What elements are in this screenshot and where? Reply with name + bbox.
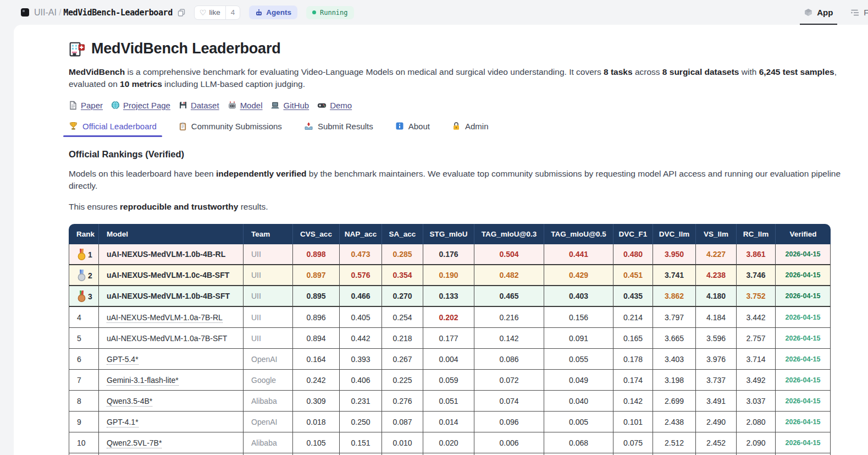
paper-link[interactable]: Paper (69, 101, 103, 110)
rank-cell: 1 (69, 244, 99, 265)
like-label: like (209, 8, 220, 17)
team-cell: OpenAI (244, 412, 293, 432)
metric-cell: 0.482 (474, 265, 544, 286)
verification-paragraph: Models on this leaderboard have been ind… (69, 168, 844, 193)
rank-cell: 9 (69, 412, 99, 432)
table-row-rank-2: 2uAI-NEXUS-MedVLM-1.0c-4B-SFTUII0.8970.5… (69, 265, 831, 286)
dataset-link[interactable]: Dataset (179, 101, 219, 110)
metric-cell: 0.202 (423, 307, 474, 328)
column-header-cvs-acc[interactable]: CVS_acc (293, 224, 340, 244)
column-header-model[interactable]: Model (99, 224, 244, 244)
tab-files[interactable]: Files (850, 0, 868, 25)
metric-cell: 0.014 (423, 412, 474, 432)
column-header-dvc-llm[interactable]: DVC_llm (653, 224, 696, 244)
metric-cell: 0.403 (544, 286, 613, 307)
like-widget[interactable]: ♡ like 4 (194, 6, 240, 20)
model-link[interactable]: Model (228, 101, 263, 110)
metric-cell: 0.072 (474, 370, 544, 391)
model-name[interactable]: Gemini-3.1-flash-lite* (107, 376, 179, 386)
metric-cell: 3.491 (696, 391, 737, 412)
model-name[interactable]: GPT-4.1* (107, 418, 139, 427)
metric-cell: 3.862 (653, 286, 696, 307)
github-link[interactable]: GitHub (270, 101, 309, 110)
column-header-nap-acc[interactable]: NAP_acc (340, 224, 382, 244)
metric-cell: 3.797 (653, 307, 696, 328)
table-row-rank-1: 1uAI-NEXUS-MedVLM-1.0b-4B-RLUII0.8980.47… (69, 244, 831, 265)
like-count[interactable]: 4 (225, 6, 240, 19)
agents-badge[interactable]: Agents (249, 6, 297, 19)
model-name[interactable]: Qwen2.5VL-7B* (107, 438, 162, 448)
column-header-tag-miou-0-3[interactable]: TAG_mIoU@0.3 (474, 224, 544, 244)
column-header-team[interactable]: Team (244, 224, 293, 244)
metric-cell: 0.218 (382, 328, 423, 349)
verified-date-cell: 2026-04-15 (776, 412, 831, 432)
file-tree-icon (850, 9, 859, 17)
verified-date-cell: 2026-04-15 (776, 265, 831, 286)
metric-cell: 0.151 (340, 432, 382, 453)
metric-cell: 0.190 (423, 265, 474, 286)
tab-about[interactable]: About (395, 118, 430, 137)
model-cell: uAI-NEXUS-MedVLM-1.0a-7B-RL (99, 307, 244, 328)
metric-cell: 4.238 (696, 265, 737, 286)
column-header-vs-llm[interactable]: VS_llm (696, 224, 737, 244)
column-header-rc-llm[interactable]: RC_llm (737, 224, 776, 244)
org-link[interactable]: UII-AI (34, 8, 57, 18)
model-cell: GPT-4.1* (99, 412, 244, 432)
tab-official-leaderboard[interactable]: Official Leaderboard (69, 118, 157, 137)
metric-cell: 2.490 (696, 412, 737, 432)
metric-cell: 3.403 (653, 349, 696, 370)
metric-cell: 0.216 (474, 307, 544, 328)
rank-cell: 5 (69, 328, 99, 349)
repo-name[interactable]: MedVidBench-Leaderboard (63, 8, 173, 18)
metric-cell: 0.101 (613, 412, 653, 432)
model-cell: uAI-NEXUS-MedVLM-1.0a-7B-SFT (99, 328, 244, 349)
metric-cell: 3.746 (737, 265, 776, 286)
tab-app[interactable]: App (804, 0, 833, 25)
column-header-verified[interactable]: Verified (776, 224, 831, 244)
model-name: uAI-NEXUS-MedVLM-1.0b-4B-RL (107, 250, 225, 259)
status-dot-icon (312, 10, 316, 14)
metric-cell: 0.176 (423, 244, 474, 265)
demo-link-label: Demo (330, 101, 352, 110)
space-header: UII-AI / MedVidBench-Leaderboard ♡ like … (0, 0, 868, 25)
like-button[interactable]: ♡ like (195, 6, 225, 19)
rank-cell: 10 (69, 432, 99, 453)
running-status-badge[interactable]: Running (306, 6, 354, 19)
tab-admin[interactable]: Admin (452, 118, 489, 137)
gamepad-icon (317, 101, 327, 109)
copy-icon[interactable] (178, 9, 185, 17)
demo-link[interactable]: Demo (317, 101, 352, 110)
table-header-row: RankModelTeamCVS_accNAP_accSA_accSTG_mIo… (69, 224, 831, 244)
tab-community-submissions[interactable]: Community Submissions (179, 118, 282, 137)
metric-cell: 0.174 (613, 370, 653, 391)
team-cell: OpenAI (244, 349, 293, 370)
verified-date-cell: 2026-04-15 (776, 328, 831, 349)
metric-cell: 0.049 (544, 370, 613, 391)
column-header-dvc-f1[interactable]: DVC_F1 (613, 224, 653, 244)
tab-community-submissions-label: Community Submissions (191, 122, 282, 131)
metric-cell: 0.096 (474, 412, 544, 432)
agents-badge-label: Agents (266, 8, 291, 17)
trust-paragraph: This ensures reproducible and trustworth… (69, 201, 844, 213)
laptop-icon (270, 101, 280, 109)
model-name[interactable]: Qwen3.5-4B* (107, 397, 152, 407)
metric-cell: 0.354 (382, 265, 423, 286)
column-header-sa-acc[interactable]: SA_acc (382, 224, 423, 244)
model-name[interactable]: uAI-NEXUS-MedVLM-1.0a-7B-RL (107, 313, 223, 323)
metric-cell: 0.309 (293, 391, 340, 412)
org-avatar[interactable] (21, 8, 29, 17)
model-cell: Qwen3.5-4B* (99, 391, 244, 412)
metric-cell: 3.861 (737, 244, 776, 265)
rank-cell: 6 (69, 349, 99, 370)
metric-cell: 0.018 (293, 412, 340, 432)
outbox-icon (304, 122, 313, 130)
metric-cell: 0.267 (382, 349, 423, 370)
column-header-rank[interactable]: Rank (69, 224, 99, 244)
model-name[interactable]: GPT-5.4* (107, 355, 139, 365)
metric-cell: 0.040 (544, 391, 613, 412)
project-page-link[interactable]: Project Page (111, 101, 170, 110)
tab-submit-results[interactable]: Submit Results (304, 118, 373, 137)
column-header-stg-miou[interactable]: STG_mIoU (423, 224, 474, 244)
verified-date-cell: 2026-04-15 (776, 349, 831, 370)
column-header-tag-miou-0-5[interactable]: TAG_mIoU@0.5 (544, 224, 613, 244)
